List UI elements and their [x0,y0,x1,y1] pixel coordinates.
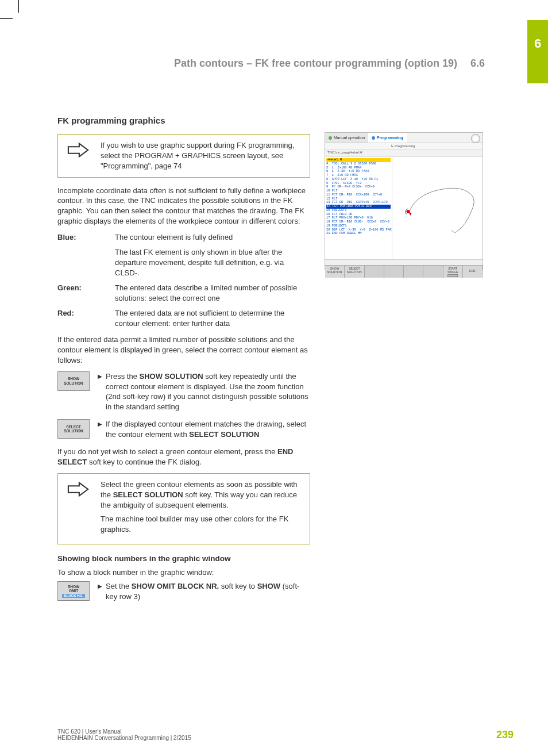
status-dot-icon [329,136,332,140]
subsection-heading: Showing block numbers in the graphic win… [57,554,310,565]
softkey-row-blocknr: SHOW OMIT BLOCK NO. ▶ Set the SHOW OMIT … [57,581,310,602]
bullet-icon: ▶ [98,420,102,440]
file-path: TNC:\nc_prog\Hebel.H [325,150,483,157]
mode-tabs: Manual operation Programming [325,133,483,143]
sk-select-solution[interactable]: SELECT SOLUTION [345,266,364,278]
note-1-text: If you wish to use graphic support durin… [101,140,304,171]
select-paragraph: If the entered data permit a limited num… [57,335,310,366]
footer-line-1: TNC 620 | User's Manual [57,728,191,735]
main-content: FK programming graphics If you wish to u… [57,115,310,609]
softkey-row-show: SHOW SOLUTION ▶ Press the SHOW SOLUTION … [57,371,310,413]
fk-graphic-view[interactable] [392,157,483,259]
ruler-bar [325,259,483,265]
header-title-text: Path contours – FK free contour programm… [174,57,457,69]
chapter-number: 6 [534,36,541,51]
blue-desc-2: The last FK element is only shown in blu… [115,247,310,278]
highlighted-line: 14 FLT PDX+100 PDY+0 D+0 [326,205,391,209]
toggle-icon [447,274,458,277]
sk-empty [384,266,404,278]
page-header: Path contours – FK free contour programm… [57,57,514,70]
sk-show-solution[interactable]: SHOW SOLUTION [325,266,345,278]
green-label: Green: [57,283,115,304]
cnc-screenshot: Manual operation Programming ↳ Programmi… [325,132,483,270]
blue-desc-1: The contour element is fully defined [115,232,310,243]
sk-empty [404,266,423,278]
softkey-row-select: SELECT SOLUTION ▶ If the displayed conto… [57,419,310,440]
status-dot-icon [372,136,375,140]
select-solution-text: If the displayed contour element matches… [106,419,310,440]
note-2-p1: Select the green contour elements as soo… [101,479,304,511]
green-desc: The entered data describe a limited numb… [115,283,310,304]
chapter-tab: 6 [527,20,548,83]
sk-end[interactable]: END [463,266,483,278]
tab-manual-operation[interactable]: Manual operation [325,133,368,143]
page-number: 239 [496,729,514,741]
sk-empty [423,266,443,278]
header-section-number: 6.6 [470,57,485,69]
show-omit-text: Set the SHOW OMIT BLOCK NR. soft key to … [106,581,310,602]
note-box-2: Select the green contour elements as soo… [57,473,310,544]
note-box-1: If you wish to use graphic support durin… [57,134,310,178]
softkey-bar: SHOW SOLUTION SELECT SOLUTION START SING… [325,265,483,278]
subtitle-bar: ↳ Programming [325,143,483,150]
bullet-icon: ▶ [98,373,102,413]
end-select-paragraph: If you do not yet wish to select a green… [57,447,310,467]
tab-programming[interactable]: Programming [368,133,407,143]
page-footer: TNC 620 | User's Manual HEIDENHAIN Conve… [57,728,514,741]
header-title: Path contours – FK free contour programm… [57,57,514,70]
red-desc: The entered data are not sufficient to d… [115,308,310,329]
corner-dial-icon [471,134,480,143]
sub-intro: To show a block number in the graphic wi… [57,567,310,578]
arrow-right-icon [64,479,92,499]
color-table: Blue: The contour element is fully defin… [57,232,310,329]
intro-paragraph: Incomplete coordinate data often is not … [57,186,310,227]
show-solution-softkey[interactable]: SHOW SOLUTION [57,371,90,391]
sk-start-single[interactable]: START SINGLE [443,266,463,278]
nc-program-listing[interactable]: →Hebel.H 4 TOOL CALL 3 Z S3500 F500 5 L … [325,157,392,259]
arrow-right-icon [64,140,92,160]
program-header: →Hebel.H [326,158,391,162]
sk-empty [365,266,384,278]
select-solution-softkey[interactable]: SELECT SOLUTION [57,419,90,439]
bullet-icon: ▶ [98,582,102,602]
show-omit-blocknr-softkey[interactable]: SHOW OMIT BLOCK NO. [57,581,90,601]
red-label: Red: [57,308,115,329]
show-solution-text: Press the SHOW SOLUTION soft key repeate… [106,371,310,413]
note-2-p2: The machine tool builder may use other c… [101,514,304,535]
footer-line-2: HEIDENHAIN Conversational Programming | … [57,735,191,741]
blue-label: Blue: [57,232,115,278]
section-heading: FK programming graphics [57,115,310,127]
